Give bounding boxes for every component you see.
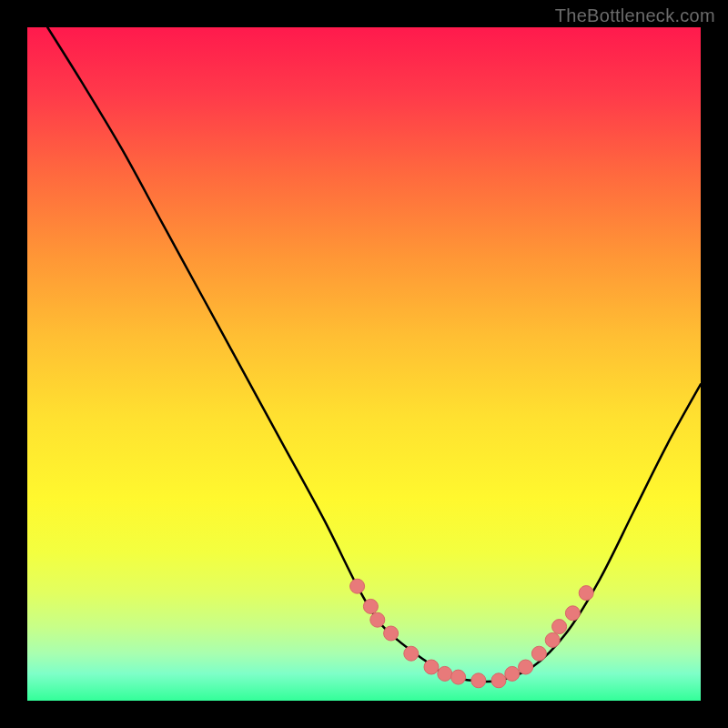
data-dot — [451, 670, 466, 684]
data-dot — [424, 660, 439, 674]
data-dot — [519, 660, 533, 674]
data-dot — [579, 586, 593, 601]
bottleneck-curve — [47, 27, 701, 682]
data-dot — [404, 646, 419, 661]
data-dot — [565, 606, 580, 621]
data-dot — [491, 673, 506, 688]
data-dot — [438, 666, 452, 681]
curve-svg — [27, 27, 701, 701]
watermark-text: TheBottleneck.com — [555, 5, 715, 26]
data-dot — [370, 612, 385, 627]
data-dot — [384, 626, 399, 641]
data-dot — [363, 599, 378, 613]
data-dots — [350, 579, 594, 688]
data-dot — [350, 579, 365, 593]
plot-area — [27, 27, 701, 701]
data-dot — [505, 666, 520, 681]
data-dot — [531, 646, 546, 661]
data-dot — [545, 632, 560, 647]
data-dot — [471, 673, 486, 688]
data-dot — [552, 620, 567, 634]
chart-stage: TheBottleneck.com — [0, 0, 728, 728]
